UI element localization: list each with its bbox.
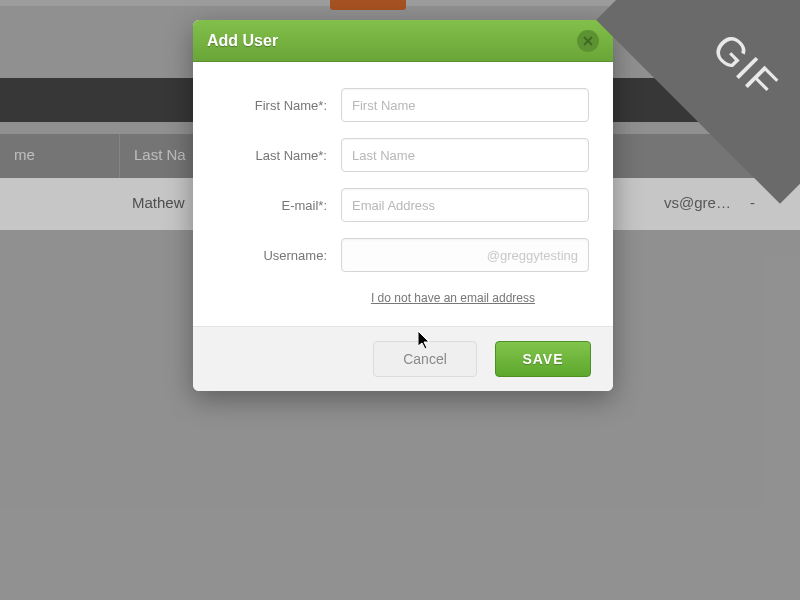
modal-header: Add User: [193, 20, 613, 62]
close-button[interactable]: [577, 30, 599, 52]
close-icon: [583, 36, 593, 46]
label-first-name: First Name*:: [217, 98, 341, 113]
label-username: Username:: [217, 248, 341, 263]
modal-title: Add User: [207, 32, 278, 50]
cancel-button[interactable]: Cancel: [373, 341, 477, 377]
label-last-name: Last Name*:: [217, 148, 341, 163]
no-email-row: I do not have an email address: [317, 288, 589, 306]
row-email: E-mail*:: [217, 188, 589, 222]
no-email-link[interactable]: I do not have an email address: [371, 291, 535, 305]
label-email: E-mail*:: [217, 198, 341, 213]
add-user-modal: Add User First Name*: Last Name*: E-mail…: [193, 20, 613, 391]
modal-body: First Name*: Last Name*: E-mail*: Userna…: [193, 62, 613, 326]
input-first-name[interactable]: [341, 88, 589, 122]
input-last-name[interactable]: [341, 138, 589, 172]
row-last-name: Last Name*:: [217, 138, 589, 172]
row-username: Username:: [217, 238, 589, 272]
save-button[interactable]: SAVE: [495, 341, 591, 377]
modal-footer: Cancel SAVE: [193, 326, 613, 391]
input-email[interactable]: [341, 188, 589, 222]
input-username[interactable]: [341, 238, 589, 272]
row-first-name: First Name*:: [217, 88, 589, 122]
